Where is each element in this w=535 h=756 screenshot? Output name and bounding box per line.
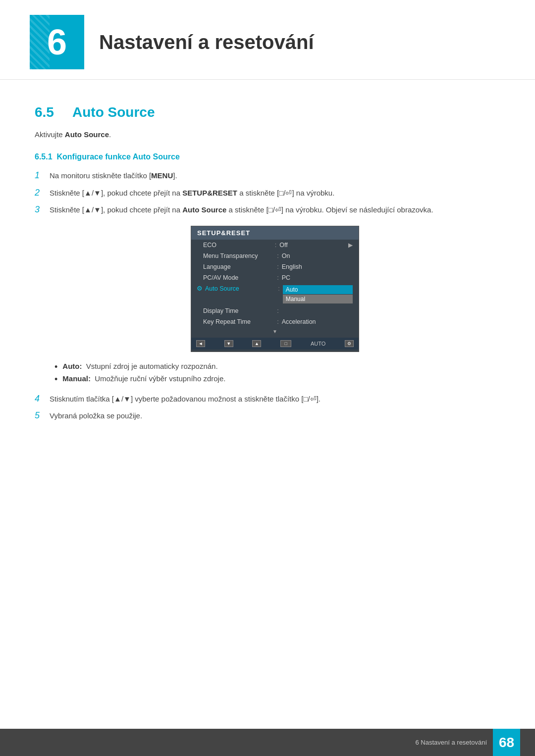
osd-btn-auto: AUTO xyxy=(311,341,325,347)
step-5-text: Vybraná položka se použije. xyxy=(50,410,500,422)
subsection-title: Konfigurace funkce Auto Source xyxy=(56,152,179,161)
osd-submenu-auto: Auto xyxy=(283,285,353,294)
section-heading: 6.5 Auto Source xyxy=(35,104,500,120)
osd-btn-settings-icon: ⚙ xyxy=(345,340,354,347)
osd-bottom-bar: ◄ ▼ ▲ □ AUTO ⚙ xyxy=(191,338,359,350)
osd-label-key-repeat: Key Repeat Time xyxy=(203,318,274,325)
osd-row-menu-transparency: Menu Transparency : On xyxy=(191,251,359,261)
osd-value-pcav: PC xyxy=(282,274,353,281)
footer-page-number: 68 xyxy=(493,729,520,756)
osd-value-eco: Off xyxy=(279,242,348,249)
section-number: 6.5 xyxy=(35,104,64,120)
osd-btn-up: ▲ xyxy=(252,340,261,347)
intro-paragraph: Aktivujte Auto Source. xyxy=(35,130,500,139)
bullet-list: • Auto: Vstupní zdroj je automaticky roz… xyxy=(54,362,500,384)
osd-label-language: Language xyxy=(203,263,274,270)
steps-list: 1 Na monitoru stiskněte tlačítko [MENU].… xyxy=(35,170,500,216)
step-3-text: Stiskněte [▲/▼], pokud chcete přejít na … xyxy=(50,204,500,216)
step-2-text: Stiskněte [▲/▼], pokud chcete přejít na … xyxy=(50,188,500,199)
osd-row-display-time: Display Time : xyxy=(191,305,359,316)
bullet-auto-text: Auto: Vstupní zdroj je automaticky rozpo… xyxy=(62,362,217,370)
bullet-manual: • Manual: Umožňuje ruční výběr vstupního… xyxy=(54,374,500,384)
osd-menu: SETUP&RESET ECO : Off ▶ Menu Transparenc… xyxy=(191,226,359,352)
osd-title-bar: SETUP&RESET xyxy=(191,226,359,240)
step-5: 5 Vybraná položka se použije. xyxy=(35,410,500,422)
gear-icon-osd: ⚙ xyxy=(196,285,203,292)
osd-row-auto-source: ⚙ Auto Source : Auto Manual xyxy=(191,283,359,305)
osd-label-eco: ECO xyxy=(203,242,272,249)
bullet-manual-label: Manual xyxy=(62,374,88,383)
intro-bold: Auto Source xyxy=(65,130,109,139)
osd-btn-left-icon: ◄ xyxy=(196,340,205,347)
step-4-number: 4 xyxy=(35,394,50,404)
osd-screenshot: SETUP&RESET ECO : Off ▶ Menu Transparenc… xyxy=(50,226,500,352)
step-2-number: 2 xyxy=(35,188,50,198)
osd-btn-settings: ⚙ xyxy=(345,340,354,347)
osd-label-pcav: PC/AV Mode xyxy=(203,274,274,281)
osd-btn-left: ◄ xyxy=(196,340,205,347)
osd-label-display-time: Display Time xyxy=(203,307,274,314)
main-content: 6.5 Auto Source Aktivujte Auto Source. 6… xyxy=(0,85,535,481)
osd-btn-down-icon: ▼ xyxy=(224,340,233,347)
step-2: 2 Stiskněte [▲/▼], pokud chcete přejít n… xyxy=(35,188,500,199)
section-title: Auto Source xyxy=(72,104,155,120)
step-1-number: 1 xyxy=(35,170,50,181)
subsection-number: 6.5.1 xyxy=(35,152,56,161)
osd-label-auto-source: Auto Source xyxy=(205,285,275,292)
step-3-number: 3 xyxy=(35,204,50,215)
osd-row-pcav: PC/AV Mode : PC xyxy=(191,272,359,283)
osd-title: SETUP&RESET xyxy=(197,229,250,237)
osd-row-eco: ECO : Off ▶ xyxy=(191,240,359,251)
osd-btn-up-icon: ▲ xyxy=(252,340,261,347)
step-4-text: Stisknutím tlačítka [▲/▼] vyberte požado… xyxy=(50,394,500,405)
osd-arrow-right: ▶ xyxy=(348,242,353,249)
osd-value-language: English xyxy=(282,263,353,270)
page-header: 6 Nastavení a resetování xyxy=(0,0,535,80)
bullet-manual-text: Manual: Umožňuje ruční výběr vstupního z… xyxy=(62,374,225,383)
steps-list-cont: 4 Stisknutím tlačítka [▲/▼] vyberte poža… xyxy=(35,394,500,422)
osd-submenu-manual: Manual xyxy=(283,295,353,303)
osd-label-menu-transparency: Menu Transparency xyxy=(203,252,274,259)
osd-more-indicator: ▼ xyxy=(191,327,359,336)
chapter-number-box: 6 xyxy=(30,15,84,69)
intro-text-before: Aktivujte xyxy=(35,130,65,139)
bullet-auto-label: Auto xyxy=(62,362,79,370)
osd-value-menu-transparency: On xyxy=(282,252,353,259)
osd-btn-down: ▼ xyxy=(224,340,233,347)
chapter-title: Nastavení a resetování xyxy=(99,31,314,53)
osd-submenu-container: Auto Manual xyxy=(283,285,353,303)
osd-row-key-repeat: Key Repeat Time : Acceleration xyxy=(191,316,359,327)
subsection-heading: 6.5.1 Konfigurace funkce Auto Source xyxy=(35,152,500,161)
step-1: 1 Na monitoru stiskněte tlačítko [MENU]. xyxy=(35,170,500,182)
step-5-number: 5 xyxy=(35,410,50,421)
intro-text-after: . xyxy=(109,130,111,139)
osd-row-language: Language : English xyxy=(191,261,359,272)
osd-btn-enter: □ xyxy=(280,340,291,347)
step-1-text: Na monitoru stiskněte tlačítko [MENU]. xyxy=(50,170,500,182)
step-4: 4 Stisknutím tlačítka [▲/▼] vyberte poža… xyxy=(35,394,500,405)
osd-value-key-repeat: Acceleration xyxy=(282,318,353,325)
osd-btn-enter-icon: □ xyxy=(280,340,291,347)
osd-btn-auto-label: AUTO xyxy=(311,341,325,347)
footer-chapter-label: 6 Nastavení a resetování xyxy=(415,739,487,746)
chapter-number: 6 xyxy=(47,22,67,62)
step-3: 3 Stiskněte [▲/▼], pokud chcete přejít n… xyxy=(35,204,500,216)
bullet-auto: • Auto: Vstupní zdroj je automaticky roz… xyxy=(54,362,500,371)
page-footer: 6 Nastavení a resetování 68 xyxy=(0,729,535,756)
